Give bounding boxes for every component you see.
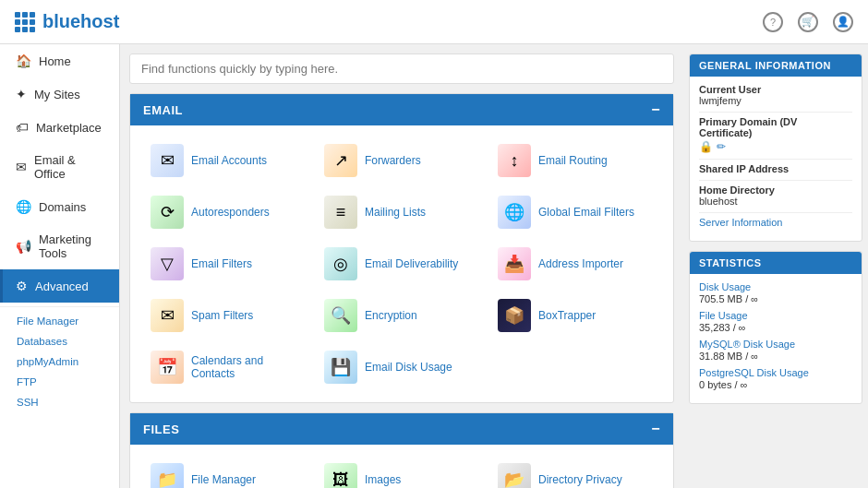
stat-row: MySQL® Disk Usage 31.88 MB / ∞ bbox=[699, 339, 852, 362]
sidebar-item-email-office-label: Email & Office bbox=[34, 153, 106, 181]
item-icon: 📦 bbox=[498, 299, 531, 332]
item-icon: ◎ bbox=[324, 247, 357, 280]
primary-domain-row: Primary Domain (DV Certificate) 🔒 ✏ bbox=[699, 116, 852, 153]
stat-row: Disk Usage 705.5 MB / ∞ bbox=[699, 281, 852, 304]
lock-icon: 🔒 bbox=[699, 140, 713, 153]
item-label: Global Email Filters bbox=[538, 206, 634, 219]
sidebar: 🏠 Home ✦ My Sites 🏷 Marketplace ✉ Email … bbox=[0, 44, 120, 488]
sidebar-item-domains[interactable]: 🌐 Domains bbox=[0, 190, 119, 223]
item-label: Address Importer bbox=[538, 257, 623, 270]
email-section: EMAIL − ✉ Email Accounts ↗ Forwarders ↕ … bbox=[129, 93, 674, 403]
logo-area: bluehost bbox=[15, 11, 119, 32]
email-grid-item[interactable]: ▽ Email Filters bbox=[143, 242, 313, 286]
stat-label[interactable]: File Usage bbox=[699, 310, 852, 321]
files-grid-item[interactable]: 📂 Directory Privacy bbox=[490, 458, 660, 488]
email-office-icon: ✉ bbox=[16, 160, 27, 174]
item-icon: 💾 bbox=[324, 351, 357, 384]
item-icon: ✉ bbox=[151, 299, 184, 332]
item-label: File Manager bbox=[191, 473, 256, 486]
email-items-grid: ✉ Email Accounts ↗ Forwarders ↕ Email Ro… bbox=[143, 138, 660, 389]
email-grid-item[interactable]: 🌐 Global Email Filters bbox=[490, 190, 660, 234]
email-section-title: EMAIL bbox=[143, 103, 183, 117]
item-label: Email Deliverability bbox=[365, 257, 458, 270]
search-input[interactable] bbox=[129, 54, 674, 84]
item-label: Calendars and Contacts bbox=[191, 354, 306, 380]
domains-icon: 🌐 bbox=[16, 199, 31, 214]
email-grid-item[interactable]: 📅 Calendars and Contacts bbox=[143, 345, 313, 389]
general-info-body: Current User lwmjfemy Primary Domain (DV… bbox=[690, 77, 862, 241]
content-area: EMAIL − ✉ Email Accounts ↗ Forwarders ↕ … bbox=[120, 44, 683, 488]
advanced-icon: ⚙ bbox=[16, 279, 28, 293]
item-icon: ↗ bbox=[324, 144, 357, 177]
email-grid-item[interactable]: ✉ Email Accounts bbox=[143, 138, 313, 183]
stat-label[interactable]: MySQL® Disk Usage bbox=[699, 339, 852, 350]
item-icon: 📥 bbox=[498, 247, 531, 280]
item-label: Email Accounts bbox=[191, 154, 267, 167]
item-label: Directory Privacy bbox=[538, 473, 622, 486]
stat-value: 35,283 / ∞ bbox=[699, 322, 852, 333]
edit-icon[interactable]: ✏ bbox=[717, 140, 726, 153]
stat-label[interactable]: PostgreSQL Disk Usage bbox=[699, 367, 852, 378]
email-grid-item[interactable]: 💾 Email Disk Usage bbox=[317, 345, 487, 389]
main-layout: 🏠 Home ✦ My Sites 🏷 Marketplace ✉ Email … bbox=[0, 44, 868, 488]
sidebar-sub-phpmyadmin[interactable]: phpMyAdmin bbox=[0, 351, 119, 372]
server-info-link[interactable]: Server Information bbox=[699, 217, 852, 228]
email-grid-item[interactable]: ≡ Mailing Lists bbox=[317, 190, 487, 234]
sidebar-item-marketing-label: Marketing Tools bbox=[39, 232, 106, 260]
stat-value: 31.88 MB / ∞ bbox=[699, 351, 852, 362]
email-grid-item[interactable]: ⟳ Autoresponders bbox=[143, 190, 313, 234]
user-icon[interactable]: 👤 bbox=[833, 12, 853, 32]
sidebar-sub-file-manager[interactable]: File Manager bbox=[0, 311, 119, 331]
email-grid-item[interactable]: ↗ Forwarders bbox=[317, 138, 487, 183]
statistics-box: STATISTICS Disk Usage 705.5 MB / ∞ File … bbox=[689, 251, 862, 404]
stat-value: 0 bytes / ∞ bbox=[699, 379, 852, 390]
email-grid-item[interactable]: 📥 Address Importer bbox=[490, 242, 660, 286]
files-grid-item[interactable]: 🖼 Images bbox=[317, 458, 487, 488]
stat-label[interactable]: Disk Usage bbox=[699, 281, 852, 292]
email-collapse-button[interactable]: − bbox=[651, 101, 660, 118]
top-header: bluehost ? 🛒 👤 bbox=[0, 0, 868, 44]
shared-ip-label: Shared IP Address bbox=[699, 163, 852, 174]
item-label: Forwarders bbox=[365, 154, 421, 167]
sidebar-item-my-sites[interactable]: ✦ My Sites bbox=[0, 77, 119, 111]
files-grid-item[interactable]: 📁 File Manager bbox=[143, 458, 313, 488]
marketplace-icon: 🏷 bbox=[16, 120, 29, 135]
files-items-grid: 📁 File Manager 🖼 Images 📂 Directory Priv… bbox=[143, 458, 660, 488]
sidebar-sub-databases[interactable]: Databases bbox=[0, 331, 119, 351]
item-icon: 🌐 bbox=[498, 196, 531, 229]
sidebar-item-home[interactable]: 🏠 Home bbox=[0, 44, 119, 77]
email-grid-item[interactable]: ✉ Spam Filters bbox=[143, 293, 313, 338]
help-icon[interactable]: ? bbox=[763, 12, 783, 32]
right-panel: GENERAL INFORMATION Current User lwmjfem… bbox=[683, 44, 868, 488]
home-dir-row: Home Directory bluehost bbox=[699, 184, 852, 207]
header-icons: ? 🛒 👤 bbox=[763, 12, 853, 32]
item-label: Email Disk Usage bbox=[365, 361, 452, 374]
email-grid-item[interactable]: 📦 BoxTrapper bbox=[490, 293, 660, 338]
sidebar-sub-ftp[interactable]: FTP bbox=[0, 372, 119, 392]
item-icon: ↕ bbox=[498, 144, 531, 177]
item-icon: ⟳ bbox=[151, 196, 184, 229]
email-grid-item[interactable]: ◎ Email Deliverability bbox=[317, 242, 487, 286]
sidebar-item-marketing[interactable]: 📢 Marketing Tools bbox=[0, 223, 119, 269]
sidebar-sub-ssh[interactable]: SSH bbox=[0, 392, 119, 412]
general-info-box: GENERAL INFORMATION Current User lwmjfem… bbox=[689, 54, 862, 242]
server-info-row: Server Information bbox=[699, 217, 852, 228]
cart-icon[interactable]: 🛒 bbox=[798, 12, 818, 32]
email-grid-item[interactable]: ↕ Email Routing bbox=[490, 138, 660, 183]
sidebar-item-email-office[interactable]: ✉ Email & Office bbox=[0, 144, 119, 190]
statistics-body: Disk Usage 705.5 MB / ∞ File Usage 35,28… bbox=[690, 274, 862, 403]
item-label: Spam Filters bbox=[191, 309, 253, 322]
sidebar-item-marketplace[interactable]: 🏷 Marketplace bbox=[0, 111, 119, 144]
files-collapse-button[interactable]: − bbox=[651, 421, 660, 437]
primary-domain-label: Primary Domain (DV Certificate) bbox=[699, 116, 852, 138]
item-label: Email Filters bbox=[191, 257, 252, 270]
files-section-body: 📁 File Manager 🖼 Images 📂 Directory Priv… bbox=[130, 445, 673, 488]
logo-grid-icon bbox=[15, 12, 35, 32]
email-grid-item[interactable]: 🔍 Encryption bbox=[317, 293, 487, 338]
sidebar-item-advanced[interactable]: ⚙ Advanced bbox=[0, 269, 119, 303]
item-label: Mailing Lists bbox=[365, 206, 426, 219]
stat-row: PostgreSQL Disk Usage 0 bytes / ∞ bbox=[699, 367, 852, 390]
sidebar-item-marketplace-label: Marketplace bbox=[36, 121, 102, 135]
sidebar-item-home-label: Home bbox=[39, 54, 71, 68]
files-section-header: FILES − bbox=[130, 413, 673, 445]
